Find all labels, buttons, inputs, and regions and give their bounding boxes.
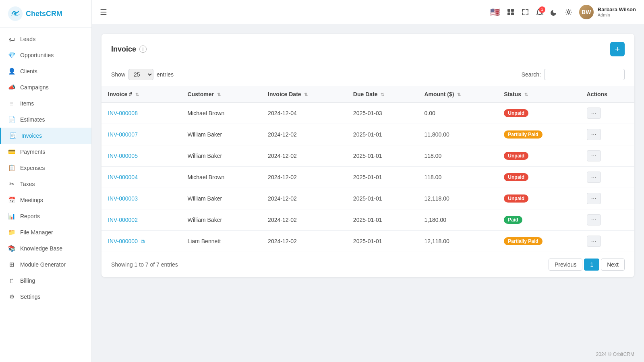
sidebar-item-items[interactable]: ≡ Items bbox=[0, 95, 91, 112]
fullscreen-icon[interactable] bbox=[521, 8, 529, 16]
svg-rect-3 bbox=[511, 9, 514, 12]
sidebar-logo: ChetsCRM bbox=[0, 0, 91, 28]
person-icon: 👤 bbox=[8, 68, 15, 75]
sidebar-item-estimates[interactable]: 📄 Estimates bbox=[0, 112, 91, 128]
cell-status-4: Unpaid bbox=[497, 188, 580, 209]
table-row: INV-000003William Baker2024-12-022025-01… bbox=[101, 188, 634, 209]
apps-icon[interactable] bbox=[507, 8, 515, 16]
cell-customer-5: William Baker bbox=[181, 209, 262, 231]
cell-amount-6: 12,118.00 bbox=[418, 231, 497, 252]
dark-mode-icon[interactable] bbox=[550, 8, 558, 16]
status-badge-2: Unpaid bbox=[504, 152, 528, 160]
pagination: Previous 1 Next bbox=[549, 259, 625, 271]
sidebar-item-meetings[interactable]: 📅 Meetings bbox=[0, 192, 91, 208]
invoice-icon: 🧾 bbox=[9, 132, 17, 139]
action-button-1[interactable]: ··· bbox=[587, 129, 601, 140]
cell-due-date-4: 2025-01-01 bbox=[347, 188, 418, 209]
col-invoice-num[interactable]: Invoice # ⇅ bbox=[101, 86, 181, 103]
page-1-button[interactable]: 1 bbox=[584, 259, 599, 271]
cell-amount-5: 1,180.00 bbox=[418, 209, 497, 231]
cell-due-date-3: 2025-01-01 bbox=[347, 167, 418, 188]
previous-button[interactable]: Previous bbox=[549, 259, 582, 271]
sort-icon-amount: ⇅ bbox=[457, 92, 461, 97]
next-button[interactable]: Next bbox=[601, 259, 625, 271]
cell-actions-2: ··· bbox=[580, 145, 634, 167]
billing-icon: 🗒 bbox=[8, 277, 15, 284]
sidebar-item-module-generator[interactable]: ⊞ Module Generator bbox=[0, 257, 91, 273]
sidebar-item-reports[interactable]: 📊 Reports bbox=[0, 208, 91, 224]
svg-point-6 bbox=[567, 11, 570, 13]
cell-amount-4: 12,118.00 bbox=[418, 188, 497, 209]
action-button-0[interactable]: ··· bbox=[587, 108, 601, 119]
sidebar-item-invoices[interactable]: 🧾 Invoices bbox=[0, 128, 91, 144]
col-due-date[interactable]: Due Date ⇅ bbox=[347, 86, 418, 103]
sidebar-item-taxes[interactable]: ✂ Taxes bbox=[0, 176, 91, 192]
panel-header: Invoice i + bbox=[101, 34, 634, 63]
flag-icon[interactable]: 🇺🇸 bbox=[490, 7, 500, 17]
status-badge-4: Unpaid bbox=[504, 194, 528, 203]
invoice-link-5[interactable]: INV-000002 bbox=[108, 217, 138, 223]
search-input[interactable] bbox=[544, 69, 625, 80]
sidebar-item-settings[interactable]: ⚙ Settings bbox=[0, 289, 91, 305]
invoice-link-6[interactable]: INV-000000 bbox=[108, 238, 138, 244]
cell-actions-0: ··· bbox=[580, 103, 634, 124]
cell-customer-2: William Baker bbox=[181, 145, 262, 167]
settings-topbar-icon[interactable] bbox=[565, 8, 573, 16]
col-amount[interactable]: Amount ($) ⇅ bbox=[418, 86, 497, 103]
cell-actions-6: ··· bbox=[580, 231, 634, 252]
payment-icon: 💳 bbox=[8, 148, 15, 155]
diamond-icon: 💎 bbox=[8, 52, 15, 59]
sidebar-item-file-manager[interactable]: 📁 File Manager bbox=[0, 224, 91, 240]
cell-invoice-num-4: INV-000003 bbox=[101, 188, 181, 209]
settings-icon: ⚙ bbox=[8, 293, 15, 300]
notification-bell[interactable]: 1 bbox=[536, 8, 544, 16]
book-icon: 📚 bbox=[8, 245, 15, 252]
cell-amount-0: 0.00 bbox=[418, 103, 497, 124]
copy-icon-6[interactable]: ⧉ bbox=[139, 238, 145, 244]
cell-invoice-num-1: INV-000007 bbox=[101, 124, 181, 145]
cell-actions-4: ··· bbox=[580, 188, 634, 209]
action-button-6[interactable]: ··· bbox=[587, 236, 601, 247]
cell-invoice-date-5: 2024-12-02 bbox=[261, 209, 347, 231]
col-invoice-date[interactable]: Invoice Date ⇅ bbox=[261, 86, 347, 103]
action-button-5[interactable]: ··· bbox=[587, 214, 601, 225]
sidebar-item-campaigns[interactable]: 📣 Campaigns bbox=[0, 79, 91, 95]
info-icon[interactable]: i bbox=[139, 46, 147, 53]
add-invoice-button[interactable]: + bbox=[610, 42, 625, 56]
action-button-2[interactable]: ··· bbox=[587, 150, 601, 161]
status-badge-3: Unpaid bbox=[504, 173, 528, 181]
doc-icon: 📄 bbox=[8, 116, 15, 123]
invoice-link-3[interactable]: INV-000004 bbox=[108, 174, 138, 180]
show-entries: Show 25 10 50 100 entries bbox=[111, 69, 174, 80]
sidebar-item-leads[interactable]: 🏷 Leads bbox=[0, 31, 91, 47]
sidebar-item-clients[interactable]: 👤 Clients bbox=[0, 63, 91, 79]
sidebar-item-billing[interactable]: 🗒 Billing bbox=[0, 273, 91, 289]
cell-invoice-date-4: 2024-12-02 bbox=[261, 188, 347, 209]
user-profile[interactable]: BW Barbara Wilson Admin bbox=[579, 5, 636, 19]
avatar: BW bbox=[579, 5, 594, 19]
action-button-3[interactable]: ··· bbox=[587, 172, 601, 183]
sidebar-item-opportunities[interactable]: 💎 Opportunities bbox=[0, 47, 91, 63]
menu-icon[interactable]: ☰ bbox=[100, 7, 107, 17]
svg-rect-2 bbox=[507, 9, 510, 12]
col-status[interactable]: Status ⇅ bbox=[497, 86, 580, 103]
panel-title: Invoice i bbox=[111, 45, 147, 54]
invoice-link-0[interactable]: INV-000008 bbox=[108, 110, 138, 116]
cell-due-date-5: 2025-01-01 bbox=[347, 209, 418, 231]
sidebar-item-payments[interactable]: 💳 Payments bbox=[0, 144, 91, 160]
invoice-link-4[interactable]: INV-000003 bbox=[108, 195, 138, 202]
invoice-link-2[interactable]: INV-000005 bbox=[108, 153, 138, 159]
sidebar: ChetsCRM 🏷 Leads 💎 Opportunities 👤 Clien… bbox=[0, 0, 92, 362]
sidebar-item-knowledge-base[interactable]: 📚 Knowledge Base bbox=[0, 240, 91, 257]
sidebar-item-expenses[interactable]: 📋 Expenses bbox=[0, 160, 91, 176]
action-button-4[interactable]: ··· bbox=[587, 193, 601, 204]
cell-invoice-num-3: INV-000004 bbox=[101, 167, 181, 188]
cell-status-3: Unpaid bbox=[497, 167, 580, 188]
topbar: ☰ 🇺🇸 1 BW bbox=[92, 0, 644, 24]
page-content: Invoice i + Show 25 10 50 100 entries bbox=[92, 24, 644, 347]
cell-amount-2: 118.00 bbox=[418, 145, 497, 167]
invoice-link-1[interactable]: INV-000007 bbox=[108, 131, 138, 138]
topbar-right: 🇺🇸 1 BW Barbara Wilso bbox=[490, 5, 636, 19]
show-select[interactable]: 25 10 50 100 bbox=[128, 69, 153, 80]
col-customer[interactable]: Customer ⇅ bbox=[181, 86, 262, 103]
